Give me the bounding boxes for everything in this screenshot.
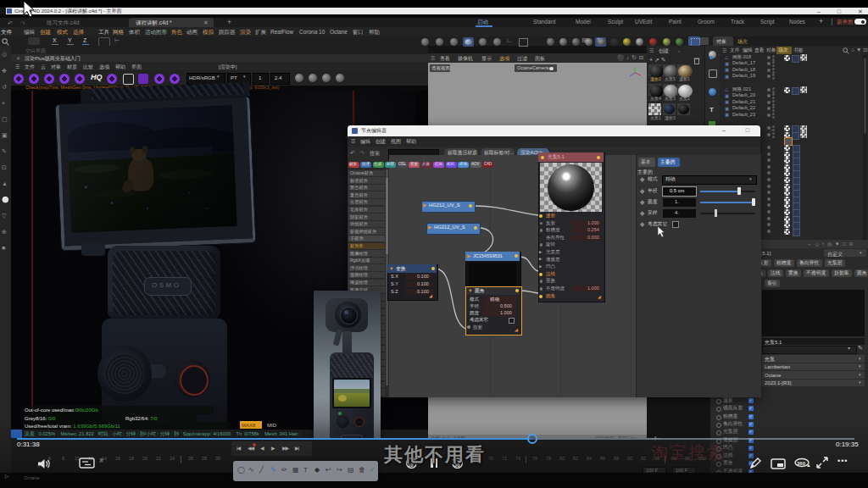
svg-text:360: 360 xyxy=(797,461,806,466)
